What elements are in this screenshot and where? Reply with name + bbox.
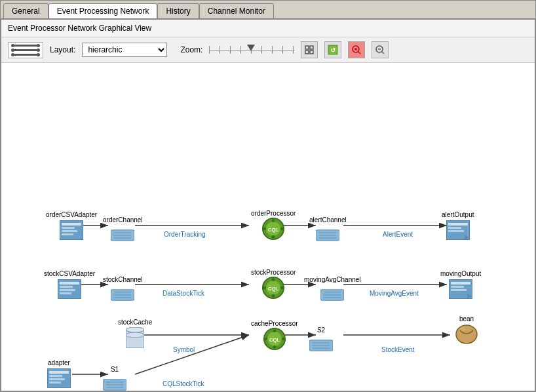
svg-point-41 <box>280 227 284 231</box>
node-moving-output[interactable]: movingOutput <box>440 270 481 300</box>
tab-bar: General Event Processing Network History… <box>1 1 535 19</box>
svg-point-65 <box>263 286 267 290</box>
svg-rect-96 <box>49 378 65 380</box>
layout-label: Layout: <box>50 45 75 54</box>
svg-rect-94 <box>49 371 69 374</box>
reset-button[interactable]: ↺ <box>324 41 341 58</box>
svg-point-83 <box>273 345 276 349</box>
svg-point-64 <box>272 294 275 298</box>
svg-rect-29 <box>62 227 75 229</box>
svg-rect-97 <box>49 382 61 383</box>
svg-line-12 <box>382 52 384 54</box>
main-content-panel: Event Processor Network Graphical View L… <box>1 19 535 391</box>
svg-point-91 <box>456 325 477 343</box>
label-stock-event: StockEvent <box>381 346 415 353</box>
svg-text:↺: ↺ <box>330 47 336 54</box>
svg-rect-95 <box>49 375 62 377</box>
svg-rect-0 <box>305 46 309 49</box>
node-alert-channel[interactable]: alertChannel <box>309 216 347 246</box>
svg-rect-56 <box>60 292 71 294</box>
svg-rect-55 <box>60 289 75 291</box>
svg-rect-2 <box>305 50 309 54</box>
node-adapter[interactable]: adapter <box>47 359 71 389</box>
tab-epn[interactable]: Event Processing Network <box>48 3 158 18</box>
svg-point-79 <box>126 332 144 338</box>
svg-point-39 <box>272 235 275 239</box>
svg-point-82 <box>273 329 276 332</box>
panel-title: Event Processor Network Graphical View <box>1 20 535 37</box>
svg-rect-48 <box>448 223 468 225</box>
zoom-in-button[interactable] <box>348 41 365 58</box>
node-order-csv-adapter[interactable]: orderCSVAdapter <box>46 211 97 241</box>
svg-point-38 <box>272 219 275 222</box>
layout-select[interactable]: hierarchic <box>82 43 167 57</box>
tab-channel-monitor[interactable]: Channel Monitor <box>199 3 274 18</box>
label-symbol: Symbol <box>173 346 195 353</box>
node-order-channel[interactable]: orderChannel <box>103 216 143 246</box>
graph-area: orderCSVAdapter orderChannel <box>1 63 535 391</box>
svg-rect-50 <box>448 230 464 232</box>
svg-rect-75 <box>451 289 467 291</box>
svg-point-78 <box>126 327 144 332</box>
zoom-out-button[interactable] <box>372 41 389 58</box>
node-stock-cache[interactable]: stockCache <box>118 319 152 348</box>
svg-rect-49 <box>448 227 461 229</box>
toolbar: Layout: hierarchic Zoom: <box>1 37 535 63</box>
label-cql-stock-tick: CQLStockTick <box>163 380 204 387</box>
layout-icon-group[interactable] <box>8 42 43 58</box>
svg-rect-30 <box>62 230 77 232</box>
svg-point-66 <box>280 286 284 290</box>
label-moving-avg-event: MovingAvgEvent <box>370 290 419 297</box>
zoom-label: Zoom: <box>180 45 202 54</box>
svg-text:CQL: CQL <box>268 227 278 233</box>
label-order-tracking: OrderTracking <box>164 231 206 238</box>
node-cache-processor[interactable]: cacheProcessor CQL <box>251 320 298 349</box>
node-order-processor[interactable]: orderProcessor CQL <box>251 210 296 239</box>
node-stock-channel[interactable]: stockChannel <box>103 276 143 305</box>
zoom-slider-container[interactable] <box>209 43 294 56</box>
svg-point-85 <box>282 338 285 341</box>
node-bean[interactable]: bean <box>455 315 478 345</box>
svg-point-92 <box>460 327 465 331</box>
svg-rect-53 <box>60 282 79 284</box>
node-s2-channel[interactable]: S2 <box>309 326 333 356</box>
tab-general[interactable]: General <box>3 3 48 18</box>
svg-rect-28 <box>62 223 81 225</box>
svg-rect-73 <box>451 282 470 284</box>
svg-rect-54 <box>60 286 73 288</box>
svg-rect-1 <box>310 46 313 49</box>
svg-text:CQL: CQL <box>268 286 278 292</box>
svg-rect-3 <box>310 50 313 54</box>
tab-history[interactable]: History <box>157 3 199 18</box>
svg-point-84 <box>264 338 267 341</box>
svg-line-9 <box>358 52 360 54</box>
svg-text:CQL: CQL <box>269 337 280 343</box>
node-alert-output[interactable]: alertOutput <box>442 211 474 241</box>
svg-rect-31 <box>62 233 73 235</box>
node-moving-avg-channel[interactable]: movingAvgChannel <box>304 276 361 305</box>
label-data-stock-tick: DataStockTick <box>163 290 204 297</box>
svg-point-40 <box>263 227 267 231</box>
node-s1-channel[interactable]: S1 <box>103 366 126 391</box>
svg-point-63 <box>272 278 275 281</box>
main-window: General Event Processing Network History… <box>0 0 536 392</box>
label-alert-event: AlertEvent <box>383 231 413 238</box>
node-stock-processor[interactable]: stockProcessor CQL <box>251 269 296 298</box>
fit-button[interactable] <box>301 41 318 58</box>
node-stock-csv-adapter[interactable]: stockCSVAdapter <box>44 270 95 300</box>
svg-rect-74 <box>451 286 464 288</box>
